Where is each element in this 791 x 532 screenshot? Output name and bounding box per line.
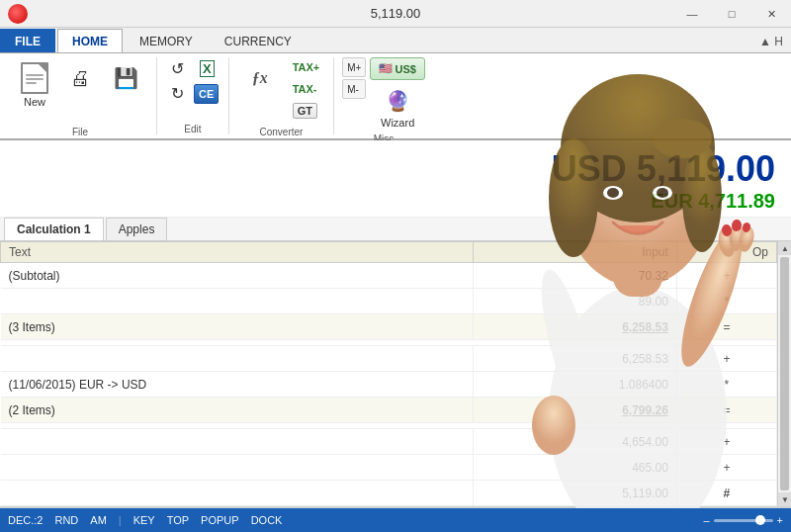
status-top[interactable]: TOP [167,514,189,526]
row-op: = [676,398,776,423]
ce-button[interactable]: CE [194,84,219,104]
col-text: Text [1,242,474,263]
row-op: + [676,455,776,481]
tab-memory[interactable]: MEMORY [125,29,208,52]
table-row: 89.00 * [1,289,777,314]
file-group-label: File [72,125,88,137]
undo-button[interactable]: ↺ [165,57,190,80]
slider-track[interactable] [714,519,773,522]
status-popup[interactable]: POPUP [201,514,239,526]
wizard-icon: 🔮 [382,85,413,117]
print-icon: 🖨 [64,62,96,94]
fx-button[interactable]: ƒx [237,57,283,125]
ribbon-expand[interactable]: ▲ H [751,31,791,52]
converter-group-label: Converter [260,125,304,137]
new-icon [19,62,50,94]
excel-button[interactable]: X [194,58,220,79]
slider-minus[interactable]: – [703,514,709,526]
redo-button[interactable]: ↻ [165,82,190,105]
calc-table-wrap: Text Input Op (Subtotal) 70.32 + 89.00 * [0,241,791,506]
table-row: (2 Items) 6,799.26 = [1,398,777,423]
display-area: USD 5,119.00 EUR 4,711.89 [0,140,791,218]
new-label: New [24,96,45,108]
scrollbar: ▲ ▼ [777,241,791,506]
tab-currency[interactable]: CURRENCY [210,29,307,52]
row-op: * [676,372,776,398]
table-row: 6,258.53 + [1,346,777,372]
secondary-display: EUR 4,711.89 [16,190,775,213]
titlebar: 5,119.00 — □ ✕ [0,0,791,28]
calc-tabs: Calculation 1 Apples [0,218,791,241]
status-rnd[interactable]: RND [54,514,78,526]
usd-button[interactable]: 🇺🇸 US$ [370,57,424,80]
row-text [1,346,474,372]
row-op: # [676,481,776,506]
row-text: (Subtotal) [1,263,474,289]
app-icon [8,4,28,24]
maximize-button[interactable]: □ [712,0,751,28]
scroll-thumb[interactable] [780,257,789,490]
save-icon: 💾 [110,62,141,94]
status-dec[interactable]: DEC.:2 [8,514,43,526]
slider-plus[interactable]: + [777,514,783,526]
status-key[interactable]: KEY [133,514,155,526]
row-text [1,429,474,455]
row-input: 6,258.53 [474,346,676,372]
status-dock[interactable]: DOCK [251,514,283,526]
window-controls: — □ ✕ [672,0,791,28]
ribbon-group-edit: ↺ X ↻ CE Edit [157,57,229,134]
save-button[interactable]: 💾 [103,57,148,125]
table-row: 465.00 + [1,455,777,481]
ribbon-group-file: New 🖨 💾 File [4,57,157,134]
slider-thumb [755,515,765,525]
row-text [1,289,474,314]
row-op: = [676,314,776,340]
mminus-button[interactable]: M- [342,79,366,99]
ribbon-tabs: FILE HOME MEMORY CURRENCY ▲ H [0,28,791,53]
row-input: 89.00 [474,289,676,314]
ribbon-group-converter: ƒx TAX+ TAX- GT Converter [229,57,335,134]
wizard-label: Wizard [381,117,414,129]
status-sep1: | [119,514,122,526]
table-row: (Subtotal) 70.32 + [1,263,777,289]
table-row: 5,119.00 # [1,481,777,506]
row-op: + [676,429,776,455]
gt-button[interactable]: GT [287,101,326,121]
tab-file[interactable]: FILE [0,29,55,52]
col-input: Input [474,242,676,263]
row-text [1,455,474,481]
calc-tab-apples[interactable]: Apples [106,218,168,240]
tax-minus-button[interactable]: TAX- [287,79,326,99]
col-op: Op [676,242,776,263]
scroll-up[interactable]: ▲ [778,241,791,255]
close-button[interactable]: ✕ [751,0,791,28]
file-buttons: New 🖨 💾 [12,57,148,125]
row-op: + [676,346,776,372]
tax-plus-button[interactable]: TAX+ [287,57,326,77]
row-input: 6,799.26 [474,398,676,423]
scroll-down[interactable]: ▼ [778,492,791,506]
new-button[interactable]: New [12,57,57,125]
calc-tab-1[interactable]: Calculation 1 [4,218,104,240]
mplus-button[interactable]: M+ [342,57,366,77]
row-text: (2 Items) [1,398,474,423]
tab-home[interactable]: HOME [57,29,123,52]
row-input: 1.086400 [474,372,676,398]
row-op: * [676,289,776,314]
fx-icon: ƒx [244,62,276,94]
edit-group-label: Edit [184,122,201,134]
calc-table: Text Input Op (Subtotal) 70.32 + 89.00 * [0,241,777,506]
main-area: USD 5,119.00 EUR 4,711.89 Calculation 1 … [0,140,791,506]
table-row: (11/06/2015) EUR -> USD 1.086400 * [1,372,777,398]
row-input: 5,119.00 [474,481,676,506]
row-input: 6,258.53 [474,314,676,340]
row-text [1,481,474,506]
table-row: (3 Items) 6,258.53 = [1,314,777,340]
status-am[interactable]: AM [90,514,107,526]
minimize-button[interactable]: — [672,0,712,28]
statusbar: DEC.:2 RND AM | KEY TOP POPUP DOCK – + [0,508,791,532]
row-text: (11/06/2015) EUR -> USD [1,372,474,398]
wizard-button[interactable]: 🔮 Wizard [374,82,421,132]
print-button[interactable]: 🖨 [57,57,103,125]
row-input: 4,654.00 [474,429,676,455]
